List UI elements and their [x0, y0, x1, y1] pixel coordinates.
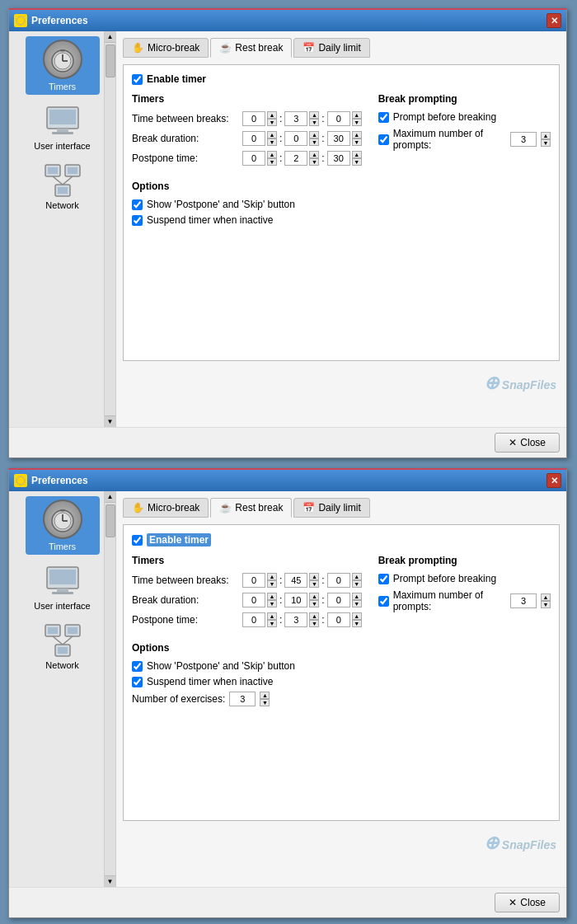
postpone-h-2[interactable] — [242, 612, 265, 627]
time-between-m-2[interactable] — [284, 573, 307, 588]
close-button-2[interactable]: ✕ Close — [495, 893, 560, 912]
max-prompts-down-2[interactable]: ▼ — [541, 601, 551, 608]
time-between-s-up-1[interactable]: ▲ — [352, 111, 362, 119]
postpone-s-up-2[interactable]: ▲ — [352, 612, 362, 620]
option-suspend-checkbox-2[interactable] — [132, 677, 143, 687]
break-dur-h-up-1[interactable]: ▲ — [267, 131, 277, 138]
title-close-btn-2[interactable]: ✕ — [547, 473, 561, 488]
break-dur-h-2[interactable] — [242, 593, 265, 607]
time-between-m-down-1[interactable]: ▼ — [309, 119, 319, 126]
postpone-h-down-1[interactable]: ▼ — [267, 158, 277, 166]
break-dur-m-up-1[interactable]: ▲ — [309, 131, 319, 138]
option-postpone-skip-checkbox-2[interactable] — [132, 661, 143, 672]
sidebar-scrollbar-1[interactable]: ▲ ▼ — [104, 31, 115, 427]
break-dur-m-2[interactable] — [284, 593, 307, 607]
time-between-s-down-1[interactable]: ▼ — [352, 119, 362, 126]
time-between-m-1[interactable] — [284, 111, 307, 126]
tab-micro-break-2[interactable]: ✋ Micro-break — [123, 498, 209, 518]
time-between-s-1[interactable] — [327, 111, 350, 126]
prompt-before-checkbox-1[interactable] — [378, 112, 389, 123]
tab-rest-break-1[interactable]: ☕ Rest break — [210, 38, 292, 58]
postpone-m-up-2[interactable]: ▲ — [309, 612, 319, 620]
time-between-m-up-2[interactable]: ▲ — [309, 573, 319, 580]
option-postpone-skip-checkbox-1[interactable] — [132, 199, 143, 210]
break-dur-m-up-2[interactable]: ▲ — [309, 593, 319, 600]
max-prompts-checkbox-1[interactable] — [378, 134, 389, 145]
exercises-up-2[interactable]: ▲ — [260, 692, 270, 699]
tab-daily-limit-1[interactable]: 📅 Daily limit — [293, 38, 369, 58]
postpone-h-up-2[interactable]: ▲ — [267, 612, 277, 620]
exercises-input-2[interactable] — [229, 692, 256, 706]
time-between-h-1[interactable] — [242, 111, 265, 126]
enable-timer-checkbox-1[interactable] — [132, 74, 143, 85]
sidebar-item-timers-1[interactable]: Timers — [26, 36, 100, 95]
postpone-m-down-2[interactable]: ▼ — [309, 620, 319, 627]
time-between-m-down-2[interactable]: ▼ — [309, 580, 319, 588]
break-dur-s-up-1[interactable]: ▲ — [352, 131, 362, 138]
enable-timer-checkbox-2[interactable] — [132, 535, 143, 546]
break-dur-s-down-1[interactable]: ▼ — [352, 138, 362, 146]
break-dur-s-1[interactable] — [327, 131, 350, 146]
postpone-m-2[interactable] — [284, 612, 307, 627]
postpone-m-1[interactable] — [284, 151, 307, 166]
scroll-down-2[interactable]: ▼ — [105, 875, 115, 887]
exercises-down-2[interactable]: ▼ — [260, 699, 270, 706]
options-section-2: Options Show 'Postpone' and 'Skip' butto… — [132, 642, 551, 706]
max-prompts-input-2[interactable] — [510, 593, 537, 608]
postpone-h-down-2[interactable]: ▼ — [267, 620, 277, 627]
postpone-s-down-2[interactable]: ▼ — [352, 620, 362, 627]
break-dur-s-down-2[interactable]: ▼ — [352, 600, 362, 607]
break-dur-m-1[interactable] — [284, 131, 307, 146]
tab-micro-break-1[interactable]: ✋ Micro-break — [123, 38, 209, 58]
sidebar-scrollbar-2[interactable]: ▲ ▼ — [104, 491, 115, 887]
break-dur-h-1[interactable] — [242, 131, 265, 146]
sidebar-item-timers-2[interactable]: Timers — [26, 496, 100, 555]
time-between-s-up-2[interactable]: ▲ — [352, 573, 362, 580]
break-dur-s-2[interactable] — [327, 593, 350, 607]
postpone-s-2[interactable] — [327, 612, 350, 627]
time-between-m-up-1[interactable]: ▲ — [309, 111, 319, 119]
time-between-h-down-1[interactable]: ▼ — [267, 119, 277, 126]
break-dur-h-down-2[interactable]: ▼ — [267, 600, 277, 607]
time-between-h-up-2[interactable]: ▲ — [267, 573, 277, 580]
break-dur-h-up-2[interactable]: ▲ — [267, 593, 277, 600]
scroll-thumb-1[interactable] — [106, 45, 115, 77]
time-between-h-up-1[interactable]: ▲ — [267, 111, 277, 119]
sidebar-item-network-2[interactable]: Network — [26, 617, 100, 673]
postpone-h-up-1[interactable]: ▲ — [267, 151, 277, 158]
sidebar-item-ui-1[interactable]: User interface — [26, 98, 100, 154]
max-prompts-up-2[interactable]: ▲ — [541, 593, 551, 601]
scroll-thumb-2[interactable] — [106, 504, 115, 537]
max-prompts-down-1[interactable]: ▼ — [541, 139, 551, 147]
scroll-up-2[interactable]: ▲ — [105, 491, 115, 503]
postpone-s-1[interactable] — [327, 151, 350, 166]
postpone-s-down-1[interactable]: ▼ — [352, 158, 362, 166]
break-dur-h-down-1[interactable]: ▼ — [267, 138, 277, 146]
tab-rest-break-2[interactable]: ☕ Rest break — [210, 498, 292, 518]
sidebar-item-network-1[interactable]: Network — [26, 157, 100, 213]
break-dur-m-down-1[interactable]: ▼ — [309, 138, 319, 146]
time-between-h-2[interactable] — [242, 573, 265, 588]
time-between-s-down-2[interactable]: ▼ — [352, 580, 362, 588]
title-close-btn-1[interactable]: ✕ — [547, 13, 561, 28]
break-dur-s-up-2[interactable]: ▲ — [352, 593, 362, 600]
break-dur-m-down-2[interactable]: ▼ — [309, 600, 319, 607]
scroll-up-1[interactable]: ▲ — [105, 31, 115, 43]
max-prompts-input-1[interactable] — [510, 132, 537, 147]
time-between-s-2[interactable] — [327, 573, 350, 588]
sidebar-item-ui-2[interactable]: User interface — [26, 558, 100, 614]
postpone-s-up-1[interactable]: ▲ — [352, 151, 362, 158]
option-suspend-checkbox-1[interactable] — [132, 215, 143, 226]
scroll-down-1[interactable]: ▼ — [105, 415, 115, 427]
max-prompts-up-1[interactable]: ▲ — [541, 132, 551, 139]
close-button-1[interactable]: ✕ Close — [495, 433, 560, 453]
tab-daily-limit-2[interactable]: 📅 Daily limit — [293, 498, 369, 518]
time-between-h-down-2[interactable]: ▼ — [267, 580, 277, 588]
postpone-m-up-1[interactable]: ▲ — [309, 151, 319, 158]
option-suspend-label-1: Suspend timer when inactive — [147, 214, 273, 226]
prompt-before-checkbox-2[interactable] — [378, 574, 389, 584]
postpone-m-down-1[interactable]: ▼ — [309, 158, 319, 166]
max-prompts-checkbox-2[interactable] — [378, 596, 389, 607]
options-title-2: Options — [132, 642, 551, 654]
postpone-h-1[interactable] — [242, 151, 265, 166]
